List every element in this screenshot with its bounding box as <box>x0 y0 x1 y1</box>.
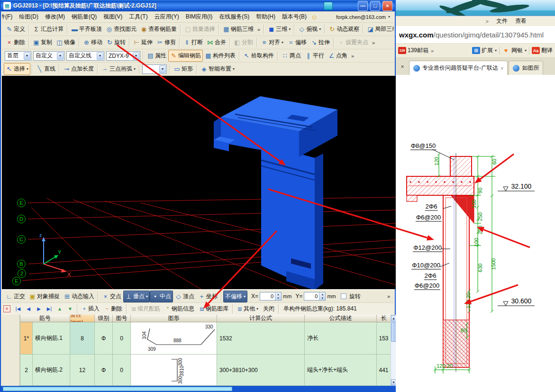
formula-cell[interactable]: 1532 <box>217 322 305 355</box>
address-bar[interactable]: wxgx.com/question/gimq/detail/1307945.ht… <box>396 26 555 44</box>
copy-button[interactable]: ▣复制 <box>31 36 54 48</box>
align-slab-top-button[interactable]: ▬平齐板顶 <box>69 23 104 35</box>
snapbar-overflow-chevron[interactable]: » <box>387 293 392 299</box>
three-point-arc-button[interactable]: ⌢三点画弧▾ <box>100 63 137 75</box>
title-bar[interactable]: ▦ GGJ2013 - [D:\预结算及抽筋\广联达抽筋\测试-2.GGJ12]… <box>1 0 395 11</box>
align-button[interactable]: ≡对齐▾ <box>259 36 285 48</box>
figure-no-cell[interactable]: 0 <box>113 355 131 386</box>
panel-close-icon[interactable]: × <box>399 64 406 71</box>
select-tool-button[interactable]: ↖选择▾ <box>4 63 30 75</box>
shape-cell[interactable]: 104 309 888 330 <box>131 322 217 355</box>
col-header-shape[interactable]: 图形 <box>131 315 217 322</box>
collapse-chevron-icon[interactable]: > <box>486 18 489 24</box>
shape-cell[interactable]: 300 3810 300 <box>131 355 217 386</box>
pick-component-button[interactable]: ↖拾取构件 <box>241 50 276 62</box>
formula-desc-cell[interactable]: 端头+净长+端头 <box>305 355 377 386</box>
orbit-button[interactable]: ↻动态观察 <box>327 23 361 35</box>
tab-qa-platform[interactable]: 专业造价问题答疑平台-广联达 × <box>409 61 508 75</box>
menu-item-7[interactable]: BIM应用(I) <box>182 12 216 22</box>
break-button[interactable]: ‖打断 <box>182 36 205 48</box>
col-header-formula[interactable]: 计算公式 <box>217 315 305 322</box>
diameter-cell[interactable]: 12 <box>70 355 95 386</box>
rotate-checkbox[interactable] <box>341 293 346 299</box>
edit-rebar-button[interactable]: ✎编辑钢筋 <box>168 50 203 62</box>
object-snap-toggle[interactable]: ▣对象捕捉 <box>27 291 62 302</box>
bar-name-cell[interactable]: 横向钢筋.1 <box>33 322 70 355</box>
translate-menu[interactable]: Aa 翻译 <box>532 46 553 55</box>
parallel-button[interactable]: ∥平行 <box>303 50 326 62</box>
combo-dropdown-arrow[interactable]: ▼ <box>159 65 166 73</box>
two-point-button[interactable]: ∷两点 <box>280 50 303 62</box>
ortho-toggle[interactable]: ∟正交 <box>4 291 27 302</box>
rectangle-tool-button[interactable]: ▭矩形 <box>172 63 195 75</box>
grade-cell[interactable]: Φ <box>95 355 113 386</box>
snap-midpoint-button[interactable]: •中点 <box>150 291 173 302</box>
line-tool-button[interactable]: ╲直线 <box>34 63 57 75</box>
view-rebar-qty-button[interactable]: ◉查看钢筋量 <box>138 23 179 35</box>
move-row-up-button[interactable]: ▲ <box>55 305 65 313</box>
top-view-button[interactable]: ◇俯视▾ <box>296 23 323 35</box>
menu-item-2[interactable]: 修改(M) <box>42 12 68 22</box>
length-cell[interactable]: 441 <box>377 355 391 386</box>
menu-item-8[interactable]: 在线服务(S) <box>216 12 253 22</box>
component-type-select[interactable]: 自定义▼ <box>33 51 64 61</box>
col-header-diameter[interactable]: 直径(mm) <box>70 315 95 322</box>
spinner-arrows-icon[interactable]: ▲▼ <box>275 292 281 300</box>
figure-no-cell[interactable]: 0 <box>113 322 131 355</box>
close-panel-button[interactable]: 关闭 <box>261 303 277 314</box>
menu-item-10[interactable]: 版本号(B) <box>279 12 310 22</box>
trim-button[interactable]: ✂修剪 <box>155 36 178 48</box>
combo-dropdown-arrow[interactable]: ▼ <box>24 52 30 60</box>
col-header-length[interactable]: 长 <box>377 315 391 322</box>
bookmarks-overflow-chevron[interactable]: » <box>431 48 434 54</box>
overlay-tool-icon[interactable] <box>324 2 333 10</box>
overflow-chevron[interactable]: » <box>255 27 262 32</box>
col-header-grade[interactable]: 级别 <box>95 315 113 322</box>
point-plus-length-button[interactable]: ⊸点加长度 <box>61 63 96 75</box>
snap-perpendicular-button[interactable]: ⊥垂点▾ <box>123 291 150 302</box>
last-row-button[interactable]: ▶| <box>44 305 55 313</box>
rebar-library-button[interactable]: ▤钢筋图库 <box>197 303 231 314</box>
y-coordinate-input[interactable]: 0 ▲▼ <box>304 292 326 301</box>
tab-image[interactable]: 如图所 <box>509 61 543 75</box>
snap-intersection-button[interactable]: ×交点 <box>100 291 123 302</box>
stretch-button[interactable]: ↘拉伸 <box>309 36 332 48</box>
wall-3d-model[interactable] <box>214 96 337 289</box>
grade-cell[interactable]: Φ <box>95 322 113 355</box>
formula-cell[interactable]: 300+3810+300 <box>217 355 305 386</box>
row-number-cell[interactable]: 1* <box>20 322 33 355</box>
extensions-menu[interactable]: ⊞ 扩展 ▾ <box>472 46 497 55</box>
arc-mode-select[interactable]: ▼ <box>142 64 167 74</box>
combo-dropdown-arrow[interactable]: ▼ <box>97 52 103 60</box>
table-row[interactable]: 1* 横向钢筋.1 8 Φ 0 104 309 888 330 1532 净长 … <box>20 322 391 355</box>
other-menu-button[interactable]: ▥其他▾ <box>235 303 261 314</box>
insert-row-button[interactable]: +插入 <box>79 303 102 314</box>
dynamic-input-toggle[interactable]: ⊞动态输入 <box>62 291 96 302</box>
bookmark-139-mail[interactable]: 139 139邮箱 <box>398 46 428 55</box>
row-number-cell[interactable]: 2 <box>20 355 33 386</box>
component-list-button[interactable]: ▦构件列表 <box>203 50 237 62</box>
menu-item-4[interactable]: 视图(V) <box>100 12 126 22</box>
restore-button[interactable]: □ <box>370 1 380 11</box>
overflow-chevron[interactable]: » <box>349 53 356 59</box>
floor-select[interactable]: 首层▼ <box>5 51 31 61</box>
move-button[interactable]: ⊕移动 <box>81 36 104 48</box>
combo-dropdown-arrow[interactable]: ▼ <box>57 52 64 60</box>
minimize-button[interactable]: — <box>358 1 368 11</box>
bar-name-cell[interactable]: 横向钢筋.2 <box>33 355 70 386</box>
editor-close-icon[interactable]: × <box>3 305 10 312</box>
mirror-button[interactable]: ◫镜像 <box>54 36 77 48</box>
close-button[interactable]: × <box>382 1 392 11</box>
viewport-3d[interactable]: z X Y EDCB2E <box>2 76 396 289</box>
rebar-3d-button[interactable]: ▦钢筋三维 <box>221 23 255 35</box>
col-header-figure-no[interactable]: 图号 <box>113 315 131 322</box>
partial-3d-button[interactable]: ◪局部三维 <box>365 23 394 35</box>
next-row-button[interactable]: ▶ <box>34 305 44 313</box>
browser-menu-file[interactable]: 文件 <box>496 17 508 25</box>
snap-vertex-button[interactable]: ◇顶点 <box>173 291 196 302</box>
x-coordinate-input[interactable]: 0 ▲▼ <box>260 292 282 301</box>
menu-item-5[interactable]: 工具(T) <box>126 12 151 22</box>
component-subtype-select[interactable]: 自定义线▼ <box>66 51 104 61</box>
rotate-button[interactable]: ↻旋转 <box>104 36 127 48</box>
bank-menu[interactable]: ♥ 网银 ▾ <box>502 46 527 55</box>
